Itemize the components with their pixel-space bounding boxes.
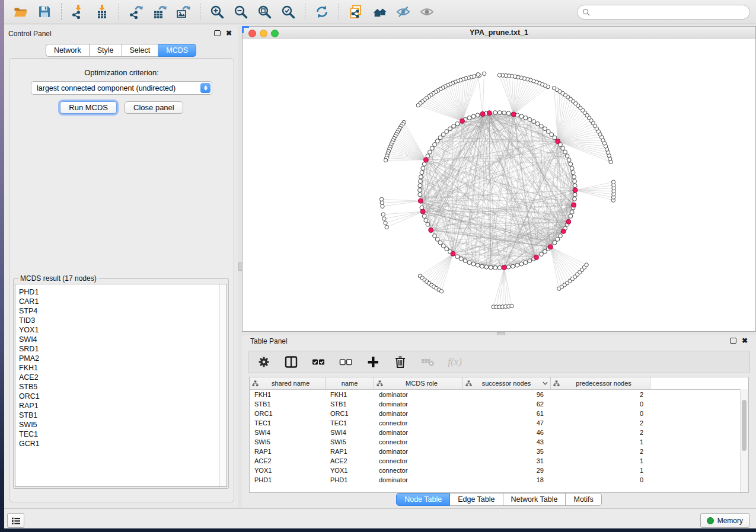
mcds-result-item[interactable]: GCR1 xyxy=(15,439,227,448)
mcds-result-item[interactable]: YOX1 xyxy=(15,325,227,335)
delete-row-button[interactable] xyxy=(393,355,407,369)
clone-network-button[interactable] xyxy=(347,3,365,21)
table-header-row: shared namenameMCDS rolesuccessor nodesp… xyxy=(250,377,748,390)
tab-style[interactable]: Style xyxy=(90,44,122,57)
mcds-result-item[interactable]: STB1 xyxy=(15,411,227,420)
cell-successor-nodes: 96 xyxy=(463,391,551,398)
toolbar-separator xyxy=(200,4,200,20)
table-row[interactable]: RAP1RAP1dominator352 xyxy=(250,447,748,456)
column-header-MCDS-role[interactable]: MCDS role xyxy=(374,377,463,389)
table-row[interactable]: PHD1PHD1dominator180 xyxy=(250,475,748,485)
home-button[interactable] xyxy=(371,3,388,21)
table-row[interactable]: YOX1YOX1connector291 xyxy=(250,466,748,475)
tab-motifs[interactable]: Motifs xyxy=(566,493,601,506)
import-table-button[interactable] xyxy=(93,3,111,21)
deselect-all-button[interactable] xyxy=(339,355,353,369)
search-input[interactable] xyxy=(593,8,749,17)
cell-shared-name: PHD1 xyxy=(250,476,326,483)
column-header-shared-name[interactable]: shared name xyxy=(250,377,326,389)
zoom-fit-button[interactable] xyxy=(256,3,273,21)
float-table-panel-icon[interactable] xyxy=(730,338,736,344)
table-row[interactable]: ORC1ORC1dominator610 xyxy=(250,409,748,418)
mcds-result-item[interactable]: TID3 xyxy=(15,316,227,325)
table-row[interactable]: SWI4SWI4dominator462 xyxy=(250,428,748,437)
home-icon xyxy=(372,4,387,20)
refresh-button[interactable] xyxy=(313,3,331,21)
settings-button[interactable] xyxy=(257,355,271,369)
table-row[interactable]: SWI5SWI5connector431 xyxy=(250,437,748,447)
tab-edge-table[interactable]: Edge Table xyxy=(450,493,503,506)
mcds-result-item[interactable]: ACE2 xyxy=(15,373,227,382)
column-namespace-icon xyxy=(465,380,472,387)
run-mcds-button[interactable]: Run MCDS xyxy=(60,101,117,114)
zoom-in-button[interactable] xyxy=(208,3,226,21)
export-image-button[interactable] xyxy=(174,3,192,21)
column-header-name[interactable]: name xyxy=(326,377,374,389)
mcds-result-list[interactable]: PHD1CAR1STP4TID3YOX1SWI4SRD1PMA2FKH1ACE2… xyxy=(15,284,227,487)
memory-button[interactable]: Memory xyxy=(700,513,749,528)
cell-name: FKH1 xyxy=(326,391,374,398)
mcds-result-item[interactable]: FKH1 xyxy=(15,363,227,373)
mcds-result-item[interactable]: SRD1 xyxy=(15,344,227,354)
save-button[interactable] xyxy=(36,3,53,21)
criterion-dropdown[interactable]: largest connected component (undirected) xyxy=(31,81,212,95)
mcds-result-item[interactable]: TEC1 xyxy=(15,430,227,439)
table-row[interactable]: STB1STB1dominator620 xyxy=(250,399,748,409)
mcds-result-item[interactable]: PMA2 xyxy=(15,354,227,363)
task-history-button[interactable] xyxy=(7,513,24,528)
delete-row-icon xyxy=(393,355,407,369)
search-box[interactable] xyxy=(577,5,750,20)
mcds-result-item[interactable]: SWI5 xyxy=(15,420,227,430)
tab-mcds[interactable]: MCDS xyxy=(158,44,196,57)
table-scrollbar[interactable] xyxy=(740,389,748,492)
select-all-button[interactable] xyxy=(311,355,326,369)
mcds-result-item[interactable]: RAP1 xyxy=(15,401,227,411)
tab-network-table[interactable]: Network Table xyxy=(503,493,566,506)
cell-successor-nodes: 46 xyxy=(463,429,551,436)
show-all-button[interactable] xyxy=(418,3,436,21)
mcds-result-item[interactable]: ORC1 xyxy=(15,392,227,401)
tab-network[interactable]: Network xyxy=(46,44,90,57)
mcds-result-item[interactable]: STB5 xyxy=(15,382,227,392)
node-table[interactable]: shared namenameMCDS rolesuccessor nodesp… xyxy=(249,377,749,493)
table-row[interactable]: FKH1FKH1dominator962 xyxy=(250,390,748,399)
float-panel-icon[interactable] xyxy=(214,30,221,36)
mcds-result-item[interactable]: PHD1 xyxy=(15,284,227,297)
close-table-panel-icon[interactable]: ✖ xyxy=(742,338,748,344)
column-header-predecessor-nodes[interactable]: predecessor nodes xyxy=(551,377,650,389)
import-network-icon xyxy=(71,4,86,20)
show-columns-button[interactable] xyxy=(284,355,298,369)
close-panel-icon[interactable]: ✖ xyxy=(226,30,232,36)
column-header-successor-nodes[interactable]: successor nodes xyxy=(463,377,551,389)
control-panel-window-controls: ✖ xyxy=(214,30,232,36)
open-button[interactable] xyxy=(12,3,30,21)
zoom-out-button[interactable] xyxy=(232,3,250,21)
table-row[interactable]: TEC1TEC1connector472 xyxy=(250,418,748,428)
tab-node-table[interactable]: Node Table xyxy=(396,493,450,506)
criterion-value: largest connected component (undirected) xyxy=(37,84,176,92)
cell-MCDS-role: dominator xyxy=(374,391,463,398)
hide-selected-button[interactable] xyxy=(394,3,412,21)
table-scrollbar-thumb[interactable] xyxy=(742,400,747,451)
export-table-button[interactable] xyxy=(151,3,168,21)
cell-successor-nodes: 43 xyxy=(463,438,551,446)
cell-shared-name: ACE2 xyxy=(250,457,326,464)
result-list-scrollbar[interactable] xyxy=(219,284,227,486)
mcds-result-item[interactable]: CAR1 xyxy=(15,297,227,306)
network-canvas[interactable] xyxy=(243,39,755,331)
close-panel-button[interactable]: Close panel xyxy=(125,101,183,114)
add-row-button[interactable] xyxy=(366,355,380,369)
network-title-bar[interactable]: YPA_prune.txt_1 xyxy=(243,27,755,40)
vertical-splitter[interactable] xyxy=(238,26,242,508)
cell-shared-name: STB1 xyxy=(250,400,326,408)
mcds-result-item[interactable]: STP4 xyxy=(15,306,227,316)
zoom-selected-button[interactable] xyxy=(279,3,297,21)
cell-predecessor-nodes: 2 xyxy=(551,448,650,455)
tab-select[interactable]: Select xyxy=(122,44,159,57)
cell-successor-nodes: 29 xyxy=(463,467,551,474)
import-network-button[interactable] xyxy=(69,3,87,21)
open-icon xyxy=(13,4,28,20)
table-row[interactable]: ACE2ACE2connector311 xyxy=(250,456,748,466)
export-network-button[interactable] xyxy=(127,3,145,21)
mcds-result-item[interactable]: SWI4 xyxy=(15,335,227,344)
